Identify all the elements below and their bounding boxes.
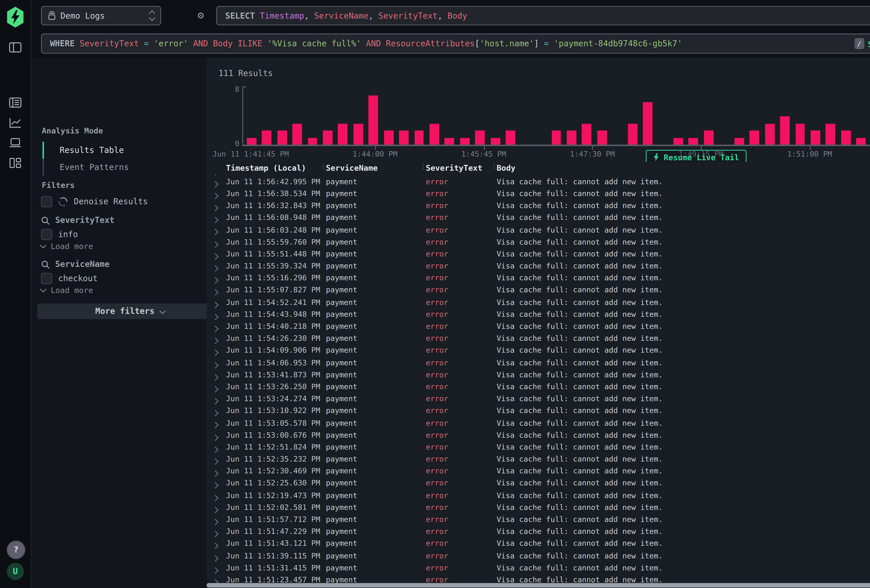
histogram-slot[interactable] (320, 88, 335, 145)
table-row[interactable]: Jun 11 1:53:10.922 PM payment error Visa… (207, 405, 870, 417)
histogram-bar[interactable] (734, 138, 744, 145)
table-row[interactable]: Jun 11 1:55:07.827 PM payment error Visa… (207, 284, 870, 296)
row-expand-chevron[interactable] (213, 191, 218, 199)
row-expand-chevron[interactable] (213, 420, 218, 429)
row-expand-chevron[interactable] (213, 252, 218, 260)
row-expand-chevron[interactable] (213, 324, 218, 332)
row-expand-chevron[interactable] (213, 541, 218, 549)
row-expand-chevron[interactable] (213, 312, 218, 320)
table-row[interactable]: Jun 11 1:56:38.534 PM payment error Visa… (207, 188, 870, 199)
histogram-bar[interactable] (749, 131, 759, 144)
checkbox[interactable] (41, 229, 52, 240)
histogram-bar[interactable] (247, 138, 256, 145)
table-row[interactable]: Jun 11 1:52:51.824 PM payment error Visa… (207, 441, 870, 453)
table-row[interactable]: Jun 11 1:53:05.578 PM payment error Visa… (207, 417, 870, 429)
histogram-slot[interactable] (823, 88, 838, 145)
table-row[interactable]: Jun 11 1:54:26.230 PM payment error Visa… (207, 332, 870, 344)
histogram-bar[interactable] (445, 138, 454, 145)
source-select[interactable]: Demo Logs (41, 6, 161, 25)
histogram-slot[interactable] (594, 88, 610, 145)
table-row[interactable]: Jun 11 1:53:00.676 PM payment error Visa… (207, 429, 870, 441)
row-expand-chevron[interactable] (213, 360, 218, 368)
denoise-results-toggle[interactable]: Denoise Results (41, 196, 148, 207)
table-row[interactable]: Jun 11 1:52:02.581 PM payment error Visa… (207, 501, 870, 513)
row-expand-chevron[interactable] (213, 384, 218, 393)
gear-icon[interactable]: ⚙ (198, 10, 204, 20)
row-expand-chevron[interactable] (213, 372, 218, 380)
row-expand-chevron[interactable] (213, 215, 218, 223)
histogram-bar[interactable] (399, 131, 409, 144)
histogram-slot[interactable] (579, 88, 594, 145)
table-row[interactable]: Jun 11 1:56:03.248 PM payment error Visa… (207, 223, 870, 235)
horizontal-scrollbar[interactable] (207, 583, 870, 588)
histogram-slot[interactable] (488, 88, 503, 145)
table-row[interactable]: Jun 11 1:54:09.906 PM payment error Visa… (207, 344, 870, 356)
table-row[interactable]: Jun 11 1:54:43.948 PM payment error Visa… (207, 308, 870, 320)
filter-group-severitytext[interactable]: SeverityText (41, 216, 115, 225)
histogram-slot[interactable] (244, 88, 259, 145)
histogram-bar[interactable] (475, 131, 485, 144)
histogram-bar[interactable] (856, 138, 866, 145)
histogram-slot[interactable] (625, 88, 640, 145)
user-avatar[interactable]: U (7, 563, 24, 580)
row-expand-chevron[interactable] (213, 553, 218, 561)
histogram-bar[interactable] (689, 138, 698, 145)
col-severitytext[interactable]: SeverityText (426, 163, 482, 172)
histogram-bar[interactable] (841, 131, 851, 144)
col-servicename[interactable]: ServiceName (326, 163, 378, 172)
histogram-slot[interactable] (305, 88, 320, 145)
row-expand-chevron[interactable] (213, 517, 218, 525)
mode-event-patterns[interactable]: Event Patterns (44, 159, 129, 176)
query-language-toggle[interactable]: / SQL | Lucene (854, 38, 870, 49)
histogram-bar[interactable] (430, 124, 439, 144)
help-button[interactable]: ? (7, 540, 25, 559)
histogram-bar[interactable] (506, 131, 515, 144)
histogram-slot[interactable] (686, 88, 701, 145)
filter-group-servicename[interactable]: ServiceName (41, 259, 110, 269)
checkbox[interactable] (41, 273, 52, 284)
mode-results-table[interactable]: Results Table (44, 141, 129, 159)
histogram-slot[interactable] (762, 88, 777, 145)
histogram-bar[interactable] (810, 131, 820, 144)
histogram-slot[interactable] (381, 88, 396, 145)
more-filters-button[interactable]: More filters (37, 304, 223, 319)
row-expand-chevron[interactable] (213, 408, 218, 417)
histogram-slot[interactable] (549, 88, 564, 145)
histogram-slot[interactable] (427, 88, 442, 145)
table-row[interactable]: Jun 11 1:52:25.630 PM payment error Visa… (207, 477, 870, 489)
histogram-slot[interactable] (670, 88, 686, 145)
search-logs-icon[interactable] (9, 97, 22, 110)
histogram-bar[interactable] (780, 116, 790, 145)
table-row[interactable]: Jun 11 1:52:35.232 PM payment error Visa… (207, 453, 870, 465)
histogram-slot[interactable] (701, 88, 717, 145)
row-expand-chevron[interactable] (213, 227, 218, 235)
histogram-bar[interactable] (826, 124, 836, 144)
histogram-slot[interactable] (610, 88, 625, 145)
histogram-slot[interactable] (731, 88, 747, 145)
histogram-bar[interactable] (796, 124, 805, 144)
row-expand-chevron[interactable] (213, 469, 218, 477)
histogram-bar[interactable] (490, 138, 500, 145)
row-expand-chevron[interactable] (213, 240, 218, 247)
histogram-slot[interactable] (442, 88, 457, 145)
horizontal-scrollbar-thumb[interactable] (207, 583, 870, 588)
histogram-slot[interactable] (274, 88, 290, 145)
table-row[interactable]: Jun 11 1:51:47.229 PM payment error Visa… (207, 525, 870, 537)
col-body[interactable]: Body (497, 163, 515, 172)
load-more-servicename[interactable]: Load more (41, 286, 93, 294)
histogram-bar[interactable] (262, 131, 271, 144)
row-expand-chevron[interactable] (213, 505, 218, 513)
histogram-slot[interactable] (869, 88, 870, 145)
histogram-bar[interactable] (643, 102, 652, 144)
histogram-bar[interactable] (597, 131, 607, 144)
histogram-bar[interactable] (353, 124, 363, 144)
histogram-slot[interactable] (351, 88, 366, 145)
histogram-slot[interactable] (411, 88, 427, 145)
histogram-slot[interactable] (259, 88, 274, 145)
histogram-bar[interactable] (567, 131, 576, 144)
histogram-bar[interactable] (338, 124, 348, 144)
histogram-bar[interactable] (292, 124, 302, 144)
table-row[interactable]: Jun 11 1:53:26.250 PM payment error Visa… (207, 381, 870, 393)
table-row[interactable]: Jun 11 1:53:24.274 PM payment error Visa… (207, 393, 870, 405)
row-expand-chevron[interactable] (213, 481, 218, 489)
